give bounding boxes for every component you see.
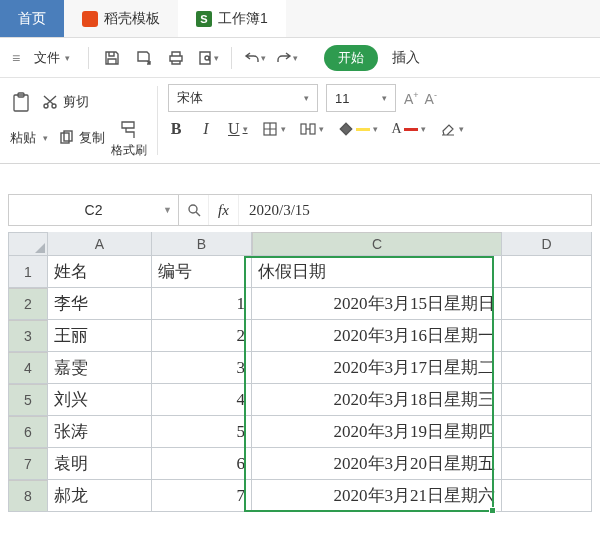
- svg-point-2: [44, 104, 48, 108]
- increase-font-icon[interactable]: A+: [404, 90, 419, 107]
- cell[interactable]: 王丽: [48, 320, 152, 352]
- cell[interactable]: 刘兴: [48, 384, 152, 416]
- row-header[interactable]: 2: [8, 288, 48, 320]
- zoom-selection-icon[interactable]: [179, 195, 209, 225]
- cell[interactable]: 2020年3月19日星期四: [252, 416, 502, 448]
- file-menu[interactable]: 文件▾: [26, 45, 78, 71]
- paste-button[interactable]: [10, 91, 32, 113]
- cell[interactable]: 姓名: [48, 256, 152, 288]
- copy-button[interactable]: 复制: [58, 129, 105, 147]
- format-painter-button[interactable]: 格式刷: [111, 118, 147, 159]
- menubar: ≡ 文件▾ ▾ ▾ ▾ 开始 插入: [0, 38, 600, 78]
- cell[interactable]: 1: [152, 288, 252, 320]
- cell[interactable]: [502, 448, 592, 480]
- save-button[interactable]: [99, 45, 125, 71]
- cell[interactable]: [502, 288, 592, 320]
- name-box[interactable]: C2▼: [9, 195, 179, 225]
- cell[interactable]: [502, 352, 592, 384]
- cell[interactable]: 2020年3月20日星期五: [252, 448, 502, 480]
- svg-rect-8: [310, 124, 315, 134]
- cell[interactable]: 嘉雯: [48, 352, 152, 384]
- cell[interactable]: [502, 384, 592, 416]
- font-size-select[interactable]: 11▾: [326, 84, 396, 112]
- cell[interactable]: 休假日期: [252, 256, 502, 288]
- save-as-button[interactable]: [131, 45, 157, 71]
- app-menu-icon[interactable]: ≡: [12, 50, 20, 66]
- tab-templates[interactable]: 稻壳模板: [64, 0, 178, 37]
- wps-icon: [82, 11, 98, 27]
- cell[interactable]: 5: [152, 416, 252, 448]
- cell[interactable]: 编号: [152, 256, 252, 288]
- row-header[interactable]: 5: [8, 384, 48, 416]
- select-all-corner[interactable]: [8, 232, 48, 256]
- borders-button[interactable]: ▾: [262, 121, 286, 137]
- cell[interactable]: 7: [152, 480, 252, 512]
- formula-bar: C2▼ fx 2020/3/15: [8, 194, 592, 226]
- fill-color-button[interactable]: ▾: [338, 121, 378, 137]
- row-header[interactable]: 1: [8, 256, 48, 288]
- decrease-font-icon[interactable]: A-: [425, 90, 437, 107]
- row-header[interactable]: 7: [8, 448, 48, 480]
- ribbon-tab-insert[interactable]: 插入: [392, 49, 420, 67]
- ribbon-tab-start[interactable]: 开始: [324, 45, 378, 71]
- clear-format-button[interactable]: ▾: [440, 121, 464, 137]
- cell[interactable]: 张涛: [48, 416, 152, 448]
- tab-workbook[interactable]: S 工作簿1: [178, 0, 286, 37]
- underline-button[interactable]: U▾: [228, 120, 248, 138]
- cell[interactable]: 2020年3月17日星期二: [252, 352, 502, 384]
- svg-point-9: [189, 205, 197, 213]
- svg-rect-7: [301, 124, 306, 134]
- italic-button[interactable]: I: [198, 120, 214, 138]
- cell[interactable]: 2: [152, 320, 252, 352]
- print-button[interactable]: [163, 45, 189, 71]
- cell[interactable]: 李华: [48, 288, 152, 320]
- cell[interactable]: 3: [152, 352, 252, 384]
- cell[interactable]: 2020年3月15日星期日: [252, 288, 502, 320]
- col-header-c[interactable]: C: [252, 232, 502, 256]
- cut-button[interactable]: 剪切: [42, 93, 89, 111]
- col-header-b[interactable]: B: [152, 232, 252, 256]
- merge-cells-button[interactable]: ▾: [300, 121, 324, 137]
- cell[interactable]: [502, 256, 592, 288]
- row-header[interactable]: 4: [8, 352, 48, 384]
- col-header-d[interactable]: D: [502, 232, 592, 256]
- formula-input[interactable]: 2020/3/15: [239, 202, 591, 219]
- cell[interactable]: 6: [152, 448, 252, 480]
- print-preview-button[interactable]: ▾: [195, 45, 221, 71]
- cell[interactable]: 袁明: [48, 448, 152, 480]
- paste-label[interactable]: 粘贴▾: [10, 129, 48, 147]
- spreadsheet-icon: S: [196, 11, 212, 27]
- cell[interactable]: 2020年3月21日星期六: [252, 480, 502, 512]
- redo-button[interactable]: ▾: [274, 45, 300, 71]
- font-name-select[interactable]: 宋体▾: [168, 84, 318, 112]
- font-color-button[interactable]: A▾: [392, 121, 426, 137]
- cell[interactable]: 2020年3月18日星期三: [252, 384, 502, 416]
- cell[interactable]: 4: [152, 384, 252, 416]
- document-tabs: 首页 稻壳模板 S 工作簿1: [0, 0, 600, 38]
- spreadsheet-grid[interactable]: A B C D 1 姓名 编号 休假日期 2李华12020年3月15日星期日 3…: [8, 232, 600, 512]
- cell[interactable]: 2020年3月16日星期一: [252, 320, 502, 352]
- bold-button[interactable]: B: [168, 120, 184, 138]
- cell[interactable]: 郝龙: [48, 480, 152, 512]
- svg-point-3: [52, 104, 56, 108]
- row-header[interactable]: 3: [8, 320, 48, 352]
- tab-home[interactable]: 首页: [0, 0, 64, 37]
- ribbon: 剪切 粘贴▾ 复制 格式刷 宋体▾ 11▾ A+ A- B I U▾ ▾ ▾: [0, 78, 600, 164]
- col-header-a[interactable]: A: [48, 232, 152, 256]
- row-header[interactable]: 6: [8, 416, 48, 448]
- cell[interactable]: [502, 416, 592, 448]
- row-header[interactable]: 8: [8, 480, 48, 512]
- cell[interactable]: [502, 480, 592, 512]
- cell[interactable]: [502, 320, 592, 352]
- fx-button[interactable]: fx: [209, 195, 239, 225]
- undo-button[interactable]: ▾: [242, 45, 268, 71]
